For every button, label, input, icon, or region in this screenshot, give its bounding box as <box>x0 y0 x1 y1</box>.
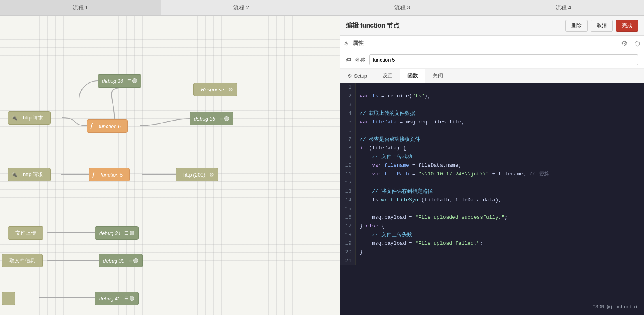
tab-flow2[interactable]: 流程 2 <box>161 0 322 15</box>
node-httpreq2-label: http 请求 <box>19 171 47 178</box>
node-debug35[interactable]: debug 35 ☰ <box>190 112 233 125</box>
main-area: debug 36 ☰ Response ⚙ 🔌 http 请求 ƒ functi… <box>0 16 644 315</box>
code-line-6: 6 <box>340 127 644 135</box>
f-icon5: ƒ <box>92 171 95 178</box>
tab-flow1[interactable]: 流程 1 <box>0 0 161 15</box>
tab-close[interactable]: 关闭 <box>425 69 451 83</box>
tab-settings[interactable]: 设置 <box>375 69 400 83</box>
port-dot <box>132 78 137 83</box>
node-debug40[interactable]: debug 40 ☰ <box>95 292 139 305</box>
node-fileinfo-label: 取文件信息 <box>6 257 39 264</box>
panel-header: 编辑 function 节点 删除 取消 完成 <box>340 16 644 36</box>
code-line-13: 13 // 将文件保存到指定路径 <box>340 187 644 196</box>
gear-icon-right[interactable]: ⚙ <box>621 39 627 48</box>
tab-settings-label: 设置 <box>382 73 392 78</box>
code-line-5: 5 var fileData = msg.req.files.file; <box>340 118 644 127</box>
code-line-4: 4 // 获取上传的文件数据 <box>340 109 644 118</box>
sub-tabs: ⚙ Setup 设置 函数 关闭 <box>340 69 644 83</box>
node-response-label: Response <box>197 87 228 93</box>
port-dot35 <box>224 116 229 121</box>
node-function6[interactable]: ƒ function 6 <box>87 119 128 133</box>
node-unknown1[interactable] <box>2 292 15 305</box>
port-dot39 <box>133 258 138 263</box>
http-icon1: 🔌 <box>11 115 17 121</box>
menu-icon39: ☰ <box>128 258 132 263</box>
tab-flow4[interactable]: 流程 4 <box>483 0 644 15</box>
menu-icon34: ☰ <box>124 231 128 236</box>
node-function5[interactable]: ƒ function 5 <box>89 168 130 181</box>
node-function5-label: function 5 <box>97 172 127 178</box>
node-response[interactable]: Response ⚙ <box>193 83 237 96</box>
node-httpreq2[interactable]: 🔌 http 请求 <box>8 168 51 181</box>
cancel-button[interactable]: 取消 <box>591 20 613 32</box>
code-line-20: 20 } <box>340 248 644 257</box>
tab-functions-label: 函数 <box>407 73 418 78</box>
node-fileupload[interactable]: 文件上传 <box>8 226 43 240</box>
node-debug39-label: debug 39 <box>99 258 128 264</box>
port-dot40 <box>130 296 134 301</box>
node-debug34[interactable]: debug 34 ☰ <box>95 226 139 240</box>
code-line-7: 7 // 检查是否成功接收文件 <box>340 135 644 144</box>
panel-title: 编辑 function 节点 <box>346 22 400 30</box>
tab-setup-label: Setup <box>354 73 367 79</box>
f-icon6: ƒ <box>90 123 93 130</box>
name-tag-icon: 🏷 <box>346 57 351 63</box>
code-editor[interactable]: 1 2 var fs = require("fs"); 3 4 // 获取上传的… <box>340 83 644 315</box>
node-fileinfo[interactable]: 取文件信息 <box>2 254 43 267</box>
right-panel: 编辑 function 节点 删除 取消 完成 ⚙ 属性 ⚙ ⬡ 🏷 名称 ⚙ <box>340 16 644 315</box>
node-httpreq1-label: http 请求 <box>19 114 47 121</box>
panel-actions: 删除 取消 完成 <box>565 20 638 32</box>
connections-svg <box>0 16 340 315</box>
node-debug34-label: debug 34 <box>95 230 124 236</box>
node-http200-label: http (200) <box>179 172 209 178</box>
name-input[interactable] <box>369 54 638 65</box>
http200-icon: ⚙ <box>209 171 214 178</box>
tab-close-label: 关闭 <box>433 73 443 78</box>
node-httpreq1[interactable]: 🔌 http 请求 <box>8 111 51 125</box>
port-dot34 <box>130 231 134 235</box>
node-debug36-label: debug 36 <box>98 78 127 84</box>
node-http200[interactable]: http (200) ⚙ <box>176 168 218 181</box>
tab-functions[interactable]: 函数 <box>400 69 425 83</box>
properties-section: ⚙ 属性 ⚙ ⬡ <box>340 36 644 51</box>
menu-icon: ☰ <box>127 78 131 84</box>
code-line-21: 21 <box>340 257 644 265</box>
save-button[interactable]: 完成 <box>616 20 638 32</box>
code-line-12: 12 <box>340 179 644 187</box>
http-icon2: 🔌 <box>11 172 17 177</box>
code-line-1: 1 <box>340 83 644 92</box>
code-line-19: 19 msg.payload = "File upload failed."; <box>340 239 644 248</box>
code-line-3: 3 <box>340 101 644 109</box>
code-line-8: 8 if (fileData) { <box>340 144 644 153</box>
name-row: 🏷 名称 <box>340 51 644 69</box>
tab-setup[interactable]: ⚙ Setup <box>340 69 375 83</box>
props-label: 属性 <box>353 40 364 47</box>
code-line-15: 15 <box>340 205 644 213</box>
tab-flow3[interactable]: 流程 3 <box>322 0 483 15</box>
node-debug35-label: debug 35 <box>190 116 219 122</box>
menu-icon40: ☰ <box>124 296 128 301</box>
code-line-10: 10 var filename = fileData.name; <box>340 161 644 170</box>
menu-icon35: ☰ <box>219 116 223 121</box>
canvas[interactable]: debug 36 ☰ Response ⚙ 🔌 http 请求 ƒ functi… <box>0 16 340 315</box>
code-line-14: 14 fs.writeFileSync(filePath, fileData.d… <box>340 196 644 205</box>
code-line-9: 9 // 文件上传成功 <box>340 153 644 161</box>
node-debug40-label: debug 40 <box>95 296 124 302</box>
name-label: 名称 <box>355 56 365 63</box>
code-line-18: 18 // 文件上传失败 <box>340 231 644 239</box>
gear-icon-prop: ⚙ <box>344 41 349 47</box>
node-fileupload-label: 文件上传 <box>11 229 40 237</box>
code-line-2: 2 var fs = require("fs"); <box>340 92 644 101</box>
node-function6-label: function 6 <box>95 123 125 129</box>
expand-icon[interactable]: ⬡ <box>635 40 640 47</box>
delete-button[interactable]: 删除 <box>565 20 588 32</box>
gear-icon-setup: ⚙ <box>347 73 352 79</box>
node-debug39[interactable]: debug 39 ☰ <box>99 254 143 267</box>
flow-tabs: 流程 1 流程 2 流程 3 流程 4 <box>0 0 644 16</box>
response-icon: ⚙ <box>228 86 233 93</box>
code-line-16: 16 msg.payload = "File uploaded successf… <box>340 213 644 222</box>
code-line-17: 17 } else { <box>340 222 644 231</box>
node-debug36[interactable]: debug 36 ☰ <box>98 74 141 88</box>
watermark: CSDN @jiachuntai <box>593 304 638 311</box>
code-line-11: 11 var filePath = "\\10.10.17.248\\jct\\… <box>340 170 644 179</box>
